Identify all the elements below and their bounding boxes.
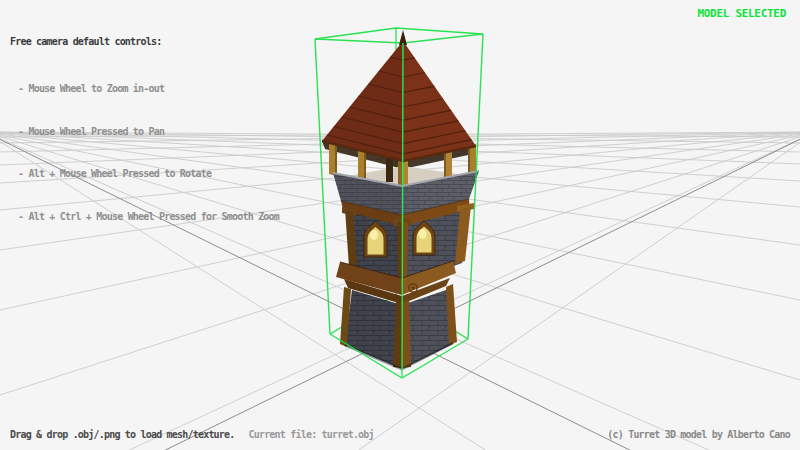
- control-item-zoom: - Mouse Wheel to Zoom in-out: [18, 79, 279, 100]
- roof-finial: [399, 30, 407, 45]
- control-item-rotate: - Alt + Mouse Wheel Pressed to Rotate: [18, 164, 279, 185]
- control-item-pan: - Mouse Wheel Pressed to Pan: [18, 122, 279, 143]
- drag-drop-hint: Drag & drop .obj/.png to load mesh/textu…: [10, 429, 234, 440]
- turret-model[interactable]: [322, 30, 479, 369]
- model-credit: (c) Turret 3D model by Alberto Cano: [607, 429, 790, 440]
- roof: [322, 30, 476, 161]
- model-selected-badge: MODEL SELECTED: [697, 7, 786, 20]
- footer-hint: Drag & drop .obj/.png to load mesh/textu…: [10, 429, 374, 440]
- controls-title: Free camera default controls:: [10, 36, 279, 47]
- control-item-smooth-zoom: - Alt + Ctrl + Mouse Wheel Pressed for S…: [18, 207, 279, 228]
- camera-controls-help: Free camera default controls: - Mouse Wh…: [10, 14, 279, 238]
- current-file-label: Current file: turret.obj: [248, 429, 373, 440]
